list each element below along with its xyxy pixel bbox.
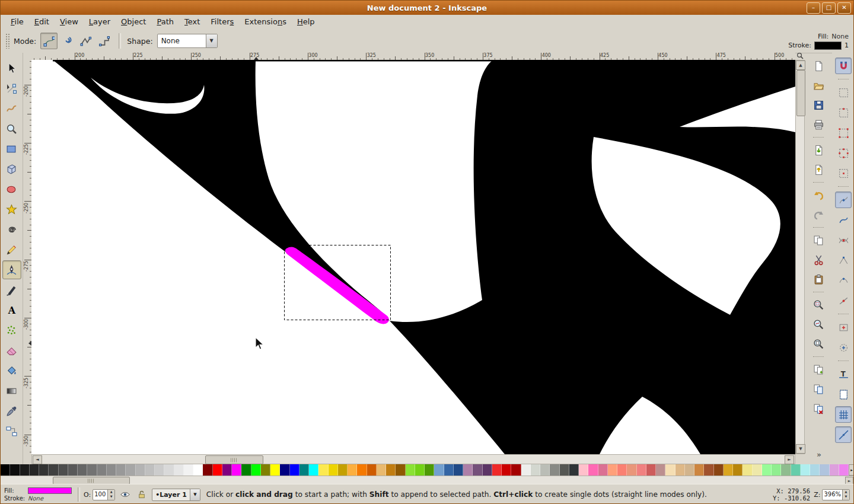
palette-swatch[interactable] bbox=[251, 464, 261, 476]
vertical-ruler[interactable]: -200-225-250-275-300-325-350 bbox=[23, 60, 32, 454]
spin-up-icon[interactable]: ▲ bbox=[843, 490, 849, 495]
palette-swatch[interactable] bbox=[791, 464, 801, 476]
scroll-up-icon[interactable]: ▲ bbox=[796, 60, 805, 70]
duplicate-button[interactable] bbox=[810, 361, 827, 378]
toolbar-grip[interactable] bbox=[5, 33, 9, 49]
palette-swatch[interactable] bbox=[483, 464, 492, 476]
statusbar-fill-swatch[interactable] bbox=[28, 487, 72, 494]
palette-swatch[interactable] bbox=[318, 464, 328, 476]
palette-swatch[interactable] bbox=[454, 464, 463, 476]
palette-swatch[interactable] bbox=[386, 464, 396, 476]
palette-swatch[interactable] bbox=[685, 464, 694, 476]
palette-swatch[interactable] bbox=[733, 464, 743, 476]
paste-button[interactable] bbox=[810, 271, 827, 288]
palette-swatch[interactable] bbox=[348, 464, 357, 476]
snap-paths-button[interactable] bbox=[835, 212, 852, 228]
palette-swatch[interactable] bbox=[222, 464, 232, 476]
palette-swatch[interactable] bbox=[743, 464, 752, 476]
palette-swatch[interactable] bbox=[241, 464, 251, 476]
palette-swatch[interactable] bbox=[174, 464, 184, 476]
palette-swatch[interactable] bbox=[579, 464, 588, 476]
snap-line-midpoints-button[interactable] bbox=[835, 292, 852, 309]
palette-swatch[interactable] bbox=[502, 464, 511, 476]
palette-swatch[interactable] bbox=[820, 464, 829, 476]
chevron-down-icon[interactable]: ▼ bbox=[190, 489, 200, 500]
scroll-right-icon[interactable]: ► bbox=[785, 455, 794, 464]
mode-spiro-button[interactable] bbox=[59, 33, 76, 49]
box-3d-tool[interactable] bbox=[2, 160, 21, 178]
palette-swatch[interactable] bbox=[377, 464, 386, 476]
palette-swatch[interactable] bbox=[261, 464, 270, 476]
snap-object-centers-button[interactable] bbox=[835, 319, 852, 336]
menu-extensions[interactable]: Extensions bbox=[239, 15, 292, 29]
palette-swatch[interactable] bbox=[299, 464, 309, 476]
snap-smooth-nodes-button[interactable] bbox=[835, 272, 852, 289]
palette-swatch[interactable] bbox=[753, 464, 762, 476]
palette-swatch[interactable] bbox=[97, 464, 107, 476]
window-titlebar[interactable]: New document 2 - Inkscape –□✕ bbox=[1, 1, 853, 15]
palette-swatch[interactable] bbox=[280, 464, 289, 476]
eraser-tool[interactable] bbox=[2, 341, 21, 360]
opacity-value[interactable]: 100 bbox=[93, 490, 107, 500]
fill-indicator-value[interactable]: None bbox=[831, 32, 849, 41]
palette-swatch[interactable] bbox=[608, 464, 617, 476]
palette-swatch[interactable] bbox=[87, 464, 97, 476]
menu-edit[interactable]: Edit bbox=[29, 15, 55, 29]
import-image-button[interactable] bbox=[810, 142, 827, 158]
ellipse-tool[interactable] bbox=[2, 180, 21, 199]
stroke-indicator-swatch[interactable] bbox=[814, 42, 842, 50]
palette-swatch[interactable] bbox=[406, 464, 415, 476]
snap-path-intersections-button[interactable] bbox=[835, 232, 852, 248]
palette-swatch[interactable] bbox=[656, 464, 665, 476]
create-clone-button[interactable] bbox=[810, 381, 827, 397]
palette-swatch[interactable] bbox=[78, 464, 87, 476]
palette-swatch[interactable] bbox=[772, 464, 781, 476]
menu-layer[interactable]: Layer bbox=[84, 15, 116, 29]
zoom-selection-button[interactable] bbox=[810, 296, 827, 313]
palette-swatch[interactable] bbox=[184, 464, 193, 476]
tweak-tool[interactable] bbox=[2, 99, 21, 118]
palette-swatch[interactable] bbox=[203, 464, 212, 476]
palette-swatch[interactable] bbox=[694, 464, 704, 476]
snap-grids-button[interactable] bbox=[835, 406, 852, 423]
palette-swatch[interactable] bbox=[290, 464, 299, 476]
palette-swatch[interactable] bbox=[20, 464, 30, 476]
snap-enable-button[interactable] bbox=[835, 58, 852, 74]
mode-zigzag-button[interactable] bbox=[77, 33, 94, 49]
zoom-value[interactable]: 396% bbox=[823, 490, 842, 500]
vertical-scrollbar[interactable]: ▲ ▼ bbox=[795, 60, 805, 454]
palette-swatch[interactable] bbox=[810, 464, 820, 476]
snap-bbox-edge-midpoints-button[interactable] bbox=[835, 145, 852, 161]
layer-selector[interactable]: •Layer 1 ▼ bbox=[152, 489, 200, 501]
snap-nodes-button[interactable] bbox=[835, 192, 852, 208]
horizontal-scroll-thumb[interactable] bbox=[205, 455, 263, 464]
snap-page-border-button[interactable] bbox=[835, 386, 852, 403]
palette-swatch[interactable] bbox=[309, 464, 318, 476]
calligraphy-tool[interactable] bbox=[2, 280, 21, 299]
palette-swatch[interactable] bbox=[145, 464, 155, 476]
commands-overflow-chevron[interactable]: » bbox=[814, 450, 824, 459]
zoom-spinbox[interactable]: 396% ▲▼ bbox=[822, 489, 850, 500]
palette-swatch[interactable] bbox=[30, 464, 39, 476]
selector-tool[interactable] bbox=[2, 59, 21, 78]
undo-button[interactable] bbox=[810, 187, 827, 203]
mode-paraxial-button[interactable] bbox=[95, 33, 113, 49]
dropper-tool[interactable] bbox=[2, 401, 21, 420]
palette-swatch[interactable] bbox=[550, 464, 559, 476]
palette-swatch[interactable] bbox=[59, 464, 68, 476]
maximize-button[interactable]: □ bbox=[822, 2, 836, 14]
palette-swatch[interactable] bbox=[357, 464, 367, 476]
palette-swatch[interactable] bbox=[49, 464, 58, 476]
paint-bucket-tool[interactable] bbox=[2, 361, 21, 380]
rectangle-tool[interactable] bbox=[2, 139, 21, 158]
palette-swatch[interactable] bbox=[434, 464, 444, 476]
pencil-tool[interactable] bbox=[2, 240, 21, 259]
pen-tool[interactable] bbox=[2, 260, 21, 279]
palette-swatch[interactable] bbox=[588, 464, 598, 476]
copy-button[interactable] bbox=[810, 232, 827, 248]
palette-scrollbar[interactable]: ► bbox=[1, 476, 854, 484]
palette-swatch[interactable] bbox=[116, 464, 126, 476]
shape-dropdown[interactable]: None ▼ bbox=[157, 34, 218, 48]
scroll-down-icon[interactable]: ▼ bbox=[796, 444, 805, 454]
redo-button[interactable] bbox=[810, 206, 827, 223]
